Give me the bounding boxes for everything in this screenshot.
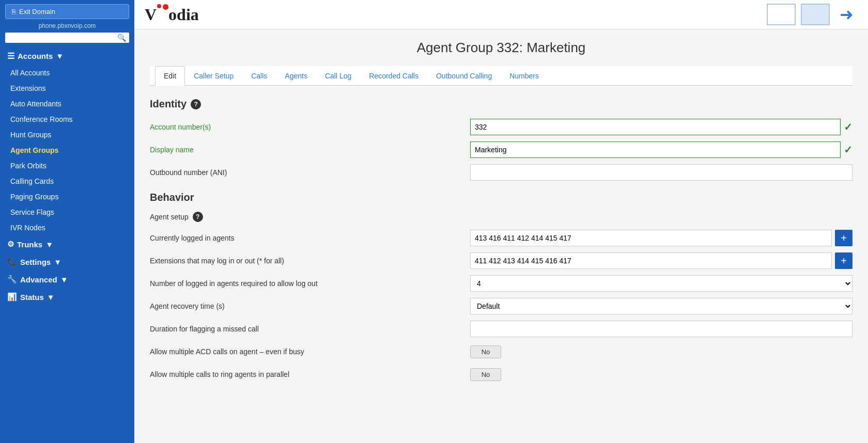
identity-row-display-name: Display name✓: [150, 141, 853, 159]
check-account-number: ✓: [844, 121, 853, 133]
behavior-section-title: Behavior: [150, 192, 853, 203]
select-recovery-time[interactable]: Default5101530: [470, 298, 853, 314]
accounts-chevron: ▼: [56, 52, 64, 60]
behavior-row-multiple-calls: Allow multiple calls to ring agents in p…: [150, 366, 853, 383]
logo: V odia: [145, 5, 199, 24]
sidebar-item-paging-groups[interactable]: Paging Groups: [0, 189, 134, 204]
page-title: Agent Group 332: Marketing: [150, 40, 853, 56]
select-agents-required[interactable]: 12345: [470, 275, 853, 292]
behavior-row-logged-in-agents: Currently logged in agents+: [150, 229, 853, 247]
tabs-bar: EditCaller SetupCallsAgentsCall LogRecor…: [150, 66, 853, 86]
label-display-name: Display name: [150, 146, 470, 154]
control-outbound-number: [470, 164, 853, 181]
check-display-name: ✓: [844, 144, 853, 156]
search-input[interactable]: [8, 34, 117, 42]
page-content: Agent Group 332: Marketing EditCaller Se…: [134, 29, 868, 443]
tab-calls[interactable]: Calls: [242, 66, 276, 86]
control-missed-call: [470, 321, 853, 337]
tab-recorded-calls[interactable]: Recorded Calls: [360, 66, 427, 86]
input-extensions-log[interactable]: [470, 252, 832, 269]
identity-help-icon[interactable]: ?: [191, 99, 201, 109]
sidebar-item-service-flags[interactable]: Service Flags: [0, 204, 134, 220]
logo-v: V: [145, 5, 157, 24]
label-account-number: Account number(s): [150, 123, 470, 131]
trunks-nav-header[interactable]: ⚙ Trunks ▼: [0, 235, 134, 253]
toggle-multiple-calls[interactable]: No: [470, 368, 501, 381]
status-nav-header[interactable]: 📊 Status ▼: [0, 288, 134, 306]
trunks-icon: ⚙: [7, 240, 14, 249]
settings-nav-header[interactable]: 📞 Settings ▼: [0, 253, 134, 271]
tab-call-log[interactable]: Call Log: [316, 66, 360, 86]
label-agents-required: Number of logged in agents required to a…: [150, 279, 470, 288]
navigate-forward-button[interactable]: ➜: [835, 3, 858, 26]
control-display-name: ✓: [470, 141, 853, 158]
trunks-label: Trunks: [17, 240, 42, 249]
label-logged-in-agents: Currently logged in agents: [150, 234, 470, 242]
control-agents-required: 12345: [470, 275, 853, 292]
identity-row-outbound-number: Outbound number (ANI): [150, 164, 853, 181]
search-container: 🔍: [5, 33, 129, 43]
control-extensions-log: +: [470, 252, 853, 269]
search-icon[interactable]: 🔍: [117, 34, 126, 42]
sidebar-item-conference-rooms[interactable]: Conference Rooms: [0, 112, 134, 127]
control-multiple-acd: No: [470, 345, 853, 358]
exit-domain-label: Exit Domain: [19, 8, 55, 15]
sidebar-top: ⎘ Exit Domain phone.pbxnvoip.com 🔍: [0, 0, 134, 47]
status-icon: 📊: [7, 292, 17, 302]
plus-button-logged-in-agents[interactable]: +: [835, 230, 853, 246]
plus-button-extensions-log[interactable]: +: [835, 252, 853, 269]
label-outbound-number: Outbound number (ANI): [150, 168, 470, 177]
top-right-controls: ➜: [767, 3, 858, 26]
sidebar-item-all-accounts[interactable]: All Accounts: [0, 65, 134, 81]
sidebar-item-ivr-nodes[interactable]: IVR Nodes: [0, 220, 134, 235]
exit-domain-button[interactable]: ⎘ Exit Domain: [5, 4, 129, 19]
advanced-icon: 🔧: [7, 275, 17, 284]
main: V odia ➜: [134, 0, 868, 443]
identity-section-title: Identity ?: [150, 98, 853, 110]
input-logged-in-agents[interactable]: [470, 230, 832, 246]
sidebar: ⎘ Exit Domain phone.pbxnvoip.com 🔍 ☰ Acc…: [0, 0, 134, 443]
logo-dots-row: [157, 4, 168, 10]
top-bar: V odia ➜: [134, 0, 868, 29]
sidebar-item-hunt-groups[interactable]: Hunt Groups: [0, 127, 134, 143]
agent-setup-row: Agent setup ?: [150, 212, 853, 222]
exit-icon: ⎘: [12, 8, 16, 15]
accounts-label: Accounts: [18, 52, 53, 60]
accounts-nav-header[interactable]: ☰ Accounts ▼: [0, 47, 134, 65]
logo-area: V odia: [145, 5, 199, 24]
sidebar-item-agent-groups[interactable]: Agent Groups: [0, 143, 134, 158]
input-outbound-number[interactable]: [470, 164, 853, 181]
settings-label: Settings: [20, 258, 51, 266]
sidebar-item-auto-attendants[interactable]: Auto Attendants: [0, 96, 134, 112]
tab-numbers[interactable]: Numbers: [501, 66, 548, 86]
control-account-number: ✓: [470, 119, 853, 135]
input-display-name[interactable]: [470, 141, 841, 158]
sidebar-item-park-orbits[interactable]: Park Orbits: [0, 158, 134, 173]
advanced-chevron: ▼: [60, 275, 68, 284]
tab-agents[interactable]: Agents: [276, 66, 316, 86]
grid-view-button1[interactable]: [767, 4, 796, 25]
grid-view-button2[interactable]: [801, 4, 830, 25]
behavior-row-agents-required: Number of logged in agents required to a…: [150, 275, 853, 292]
agent-setup-help-icon[interactable]: ?: [193, 212, 203, 222]
input-missed-call[interactable]: [470, 321, 853, 337]
behavior-title-text: Behavior: [150, 192, 194, 203]
control-logged-in-agents: +: [470, 230, 853, 246]
toggle-multiple-acd[interactable]: No: [470, 345, 501, 358]
input-account-number[interactable]: [470, 119, 841, 135]
label-recovery-time: Agent recovery time (s): [150, 302, 470, 310]
behavior-row-extensions-log: Extensions that may log in or out (* for…: [150, 252, 853, 270]
behavior-fields: Currently logged in agents+Extensions th…: [150, 229, 853, 383]
label-missed-call: Duration for flagging a missed call: [150, 325, 470, 333]
settings-icon: 📞: [7, 257, 17, 266]
sidebar-item-calling-cards[interactable]: Calling Cards: [0, 173, 134, 189]
behavior-row-missed-call: Duration for flagging a missed call: [150, 320, 853, 338]
sidebar-item-extensions[interactable]: Extensions: [0, 81, 134, 96]
tab-caller-setup[interactable]: Caller Setup: [185, 66, 242, 86]
list-icon: ☰: [7, 51, 14, 61]
advanced-label: Advanced: [20, 275, 57, 284]
advanced-nav-header[interactable]: 🔧 Advanced ▼: [0, 271, 134, 288]
tab-edit[interactable]: Edit: [155, 66, 185, 86]
tab-outbound-calling[interactable]: Outbound Calling: [427, 66, 501, 86]
logo-dots-wrapper: [157, 4, 168, 10]
